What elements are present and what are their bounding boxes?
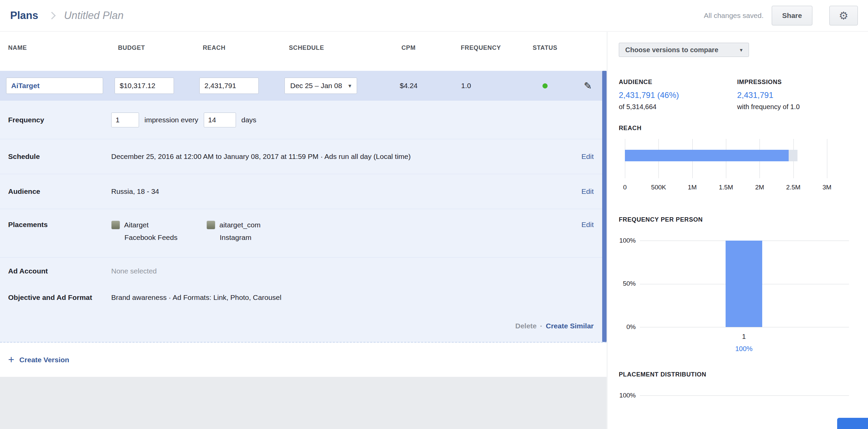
actions-dot-separator: · xyxy=(540,322,542,330)
audience-detail-row: Audience Russia, 18 - 34 Edit xyxy=(0,174,607,209)
ad-account-row: Ad Account None selected xyxy=(0,258,607,285)
placements-detail-row: Placements Aitarget Facebook Feeds aitar… xyxy=(0,209,607,258)
frequency-cap-label: Frequency xyxy=(8,116,111,124)
schedule-detail-value: December 25, 2016 at 12:00 AM to January… xyxy=(111,152,411,161)
selection-scrollbar[interactable] xyxy=(602,71,607,342)
placement-item: aitarget_com Instagram xyxy=(206,221,302,242)
frequency-cap-days-text: days xyxy=(241,116,256,124)
choose-versions-label: Choose versions to compare xyxy=(625,46,718,54)
impressions-stat-block: IMPRESSIONS 2,431,791 with frequency of … xyxy=(737,79,800,111)
breadcrumb-chevron-icon xyxy=(48,12,56,20)
audience-detail-label: Audience xyxy=(8,187,111,196)
save-status-text: All changes saved. xyxy=(704,12,764,20)
reach-input[interactable] xyxy=(199,78,259,94)
comparison-panel: Choose versions to compare ▾ AUDIENCE 2,… xyxy=(607,32,868,429)
placement-y-axis-label: 100% xyxy=(611,392,636,399)
ad-account-value: None selected xyxy=(111,267,157,275)
placement-channel: Instagram xyxy=(220,233,302,242)
reach-axis-label: 2M xyxy=(755,184,764,191)
create-version-button[interactable]: + Create Version xyxy=(0,343,607,377)
frequency-cap-input[interactable] xyxy=(111,113,139,127)
column-header-schedule: SCHEDULE xyxy=(289,44,324,52)
budget-input[interactable] xyxy=(115,78,174,94)
audience-stat-block: AUDIENCE 2,431,791 (46%) of 5,314,664 xyxy=(619,79,679,111)
column-header-frequency: FREQUENCY xyxy=(461,44,501,52)
audience-stat-value[interactable]: 2,431,791 (46%) xyxy=(619,90,679,100)
objective-label: Objective and Ad Format xyxy=(8,293,111,302)
column-header-reach: REACH xyxy=(203,44,225,52)
reach-axis-label: 2.5M xyxy=(786,184,801,191)
placement-distribution-title: PLACEMENT DISTRIBUTION xyxy=(619,371,706,378)
column-header-name: NAME xyxy=(8,44,27,52)
plus-icon: + xyxy=(8,354,14,366)
column-header-budget: BUDGET xyxy=(118,44,145,52)
frequency-value: 1.0 xyxy=(461,71,471,101)
reach-bar-chart xyxy=(625,139,827,178)
frequency-cap-controls: impression every days xyxy=(111,113,594,127)
top-bar: Plans Untitled Plan All changes saved. S… xyxy=(0,0,868,32)
placement-page-avatar xyxy=(206,221,215,229)
edit-schedule-link[interactable]: Edit xyxy=(581,152,594,161)
placements-list: Aitarget Facebook Feeds aitarget_com Ins… xyxy=(111,221,575,242)
ad-account-label: Ad Account xyxy=(8,267,111,275)
column-header-cpm: CPM xyxy=(401,44,416,52)
frequency-chart-title: FREQUENCY PER PERSON xyxy=(619,216,703,223)
status-active-dot-icon xyxy=(542,83,548,88)
breadcrumb-current-plan: Untitled Plan xyxy=(64,9,124,22)
placement-page-avatar xyxy=(111,221,120,229)
schedule-dropdown[interactable]: Dec 25 – Jan 08 ▾ xyxy=(284,78,357,94)
delete-version-link[interactable]: Delete xyxy=(515,322,537,330)
choose-versions-dropdown[interactable]: Choose versions to compare ▾ xyxy=(619,43,749,57)
share-button[interactable]: Share xyxy=(772,6,812,25)
placement-item: Aitarget Facebook Feeds xyxy=(111,221,206,242)
chevron-down-icon: ▾ xyxy=(348,82,351,89)
impressions-stat-label: IMPRESSIONS xyxy=(737,79,800,86)
schedule-detail-row: Schedule December 25, 2016 at 12:00 AM t… xyxy=(0,139,607,174)
create-similar-link[interactable]: Create Similar xyxy=(546,322,594,330)
frequency-cap-middle-text: impression every xyxy=(144,116,198,124)
frequency-y-axis-label: 100% xyxy=(611,237,636,244)
edit-row-pencil-icon[interactable]: ✎ xyxy=(584,71,592,101)
top-bar-actions: All changes saved. Share ⚙ xyxy=(704,6,858,25)
gear-icon: ⚙ xyxy=(839,9,848,22)
placement-channel: Facebook Feeds xyxy=(124,233,206,242)
table-header: NAME BUDGET REACH SCHEDULE CPM FREQUENCY… xyxy=(0,32,607,64)
reach-axis-label: 1.5M xyxy=(719,184,733,191)
version-name-input[interactable] xyxy=(6,78,103,94)
table-header-gap xyxy=(0,64,607,71)
edit-placements-link[interactable]: Edit xyxy=(581,221,594,229)
schedule-detail-label: Schedule xyxy=(8,152,111,161)
edit-audience-link[interactable]: Edit xyxy=(581,187,594,196)
settings-button[interactable]: ⚙ xyxy=(829,6,858,25)
column-header-status: STATUS xyxy=(533,44,557,52)
partially-visible-blue-button[interactable] xyxy=(837,418,868,429)
cpm-value: $4.24 xyxy=(400,71,418,101)
chevron-down-icon: ▾ xyxy=(740,47,743,53)
placement-page-name: Aitarget xyxy=(124,221,149,229)
reach-chart-title: REACH xyxy=(619,125,642,132)
create-version-label: Create Version xyxy=(19,356,69,364)
breadcrumb-plans-link[interactable]: Plans xyxy=(10,9,38,22)
frequency-category-label: 1 xyxy=(742,333,746,341)
reach-axis-labels: 0 500K 1M 1.5M 2M 2.5M 3M xyxy=(625,184,827,192)
reach-axis-tick xyxy=(827,139,827,178)
empty-area xyxy=(0,377,607,429)
version-actions-row: Delete · Create Similar xyxy=(0,310,607,342)
frequency-interval-input[interactable] xyxy=(204,113,236,127)
frequency-bar-chart xyxy=(640,241,849,327)
objective-value: Brand awareness · Ad Formats: Link, Phot… xyxy=(111,293,281,302)
objective-row: Objective and Ad Format Brand awareness … xyxy=(0,285,607,310)
plan-table-pane: NAME BUDGET REACH SCHEDULE CPM FREQUENCY… xyxy=(0,32,607,429)
placements-detail-label: Placements xyxy=(8,221,111,229)
impressions-stat-value[interactable]: 2,431,791 xyxy=(737,90,800,100)
frequency-cap-row: Frequency impression every days xyxy=(0,101,607,139)
frequency-gridline xyxy=(640,327,849,327)
audience-stat-sub: of 5,314,664 xyxy=(619,103,679,111)
placement-gridline xyxy=(640,395,849,396)
frequency-y-axis-label: 0% xyxy=(611,323,636,331)
frequency-y-axis-label: 50% xyxy=(611,280,636,287)
frequency-value-label[interactable]: 100% xyxy=(735,345,752,353)
version-row-selected[interactable]: Dec 25 – Jan 08 ▾ $4.24 1.0 ✎ xyxy=(0,71,607,101)
frequency-bar xyxy=(726,241,762,327)
audience-detail-value: Russia, 18 - 34 xyxy=(111,187,159,196)
